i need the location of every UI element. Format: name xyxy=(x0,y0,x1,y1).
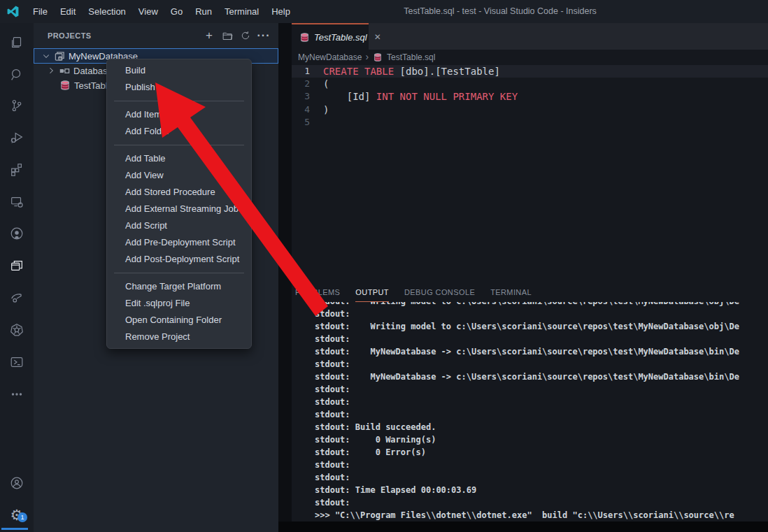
line-number: 5 xyxy=(292,116,323,129)
output-line: stdout: xyxy=(292,333,768,345)
menu-terminal[interactable]: Terminal xyxy=(218,0,265,23)
more-icon[interactable] xyxy=(0,385,34,403)
menu-edit[interactable]: Edit xyxy=(54,0,82,23)
output-line: stdout: xyxy=(292,308,768,320)
menu-view[interactable]: View xyxy=(132,0,164,23)
search-icon[interactable] xyxy=(0,66,34,84)
output-line: stdout: 0 Error(s) xyxy=(292,446,768,459)
context-menu-item-add-stored-procedure[interactable]: Add Stored Procedure xyxy=(107,184,251,201)
project-context-menu: BuildPublishAdd Item...Add FolderAdd Tab… xyxy=(106,59,252,349)
bottom-panel: PROBLEMSOUTPUTDEBUG CONSOLETERMINAL stdo… xyxy=(292,283,768,532)
panel-tab-bar: PROBLEMSOUTPUTDEBUG CONSOLETERMINAL xyxy=(292,283,768,302)
output-line: >>> "C:\\Program Files\\dotnet\\dotnet.e… xyxy=(292,509,768,522)
panel-tab-terminal[interactable]: TERMINAL xyxy=(490,288,532,302)
context-menu-item-add-post-deployment-script[interactable]: Add Post-Deployment Script xyxy=(107,251,251,268)
breadcrumb-item-file[interactable]: TestTable.sql xyxy=(387,52,435,62)
output-line: stdout: xyxy=(292,496,768,509)
tab-strip: TestTable.sql ✕ xyxy=(292,23,768,50)
settings-badge: 1 xyxy=(17,512,27,522)
menu-run[interactable]: Run xyxy=(189,0,218,23)
editor-group: TestTable.sql ✕ MyNewDatabase › TestTabl… xyxy=(292,23,768,532)
editor-group-gap xyxy=(278,23,292,532)
menu-selection[interactable]: Selection xyxy=(82,0,131,23)
output-line-clipped: stdout: Writing model to c:\Users\scoria… xyxy=(292,302,768,308)
sql-text: ) xyxy=(323,103,329,116)
vscode-window: FileEditSelectionViewGoRunTerminalHelp T… xyxy=(0,0,768,532)
context-menu-item-add-script[interactable]: Add Script xyxy=(107,217,251,234)
powershell-icon[interactable] xyxy=(0,353,34,371)
breadcrumb-item-project[interactable]: MyNewDatabase xyxy=(298,52,362,62)
menu-go[interactable]: Go xyxy=(164,0,189,23)
azure-icon[interactable] xyxy=(0,289,34,307)
projects-title: PROJECTS xyxy=(48,31,92,40)
code-editor[interactable]: 1CREATE TABLE [dbo].[TestTable]2(3 [Id] … xyxy=(292,65,768,283)
database-project-icon xyxy=(54,50,65,62)
output-line: stdout: xyxy=(292,471,768,484)
refresh-icon[interactable] xyxy=(238,28,253,43)
output-line: stdout: Build succeeded. xyxy=(292,421,768,433)
code-line: 5 xyxy=(292,116,768,129)
sql-text: [dbo].[TestTable] xyxy=(394,65,500,78)
line-number: 1 xyxy=(292,65,323,78)
output-console[interactable]: stdout: Writing model to c:\Users\scoria… xyxy=(292,302,768,522)
remote-devices-icon[interactable] xyxy=(0,193,34,211)
database-reference-icon xyxy=(59,65,70,76)
menu-file[interactable]: File xyxy=(27,0,54,23)
output-line: stdout: Time Elapsed 00:00:03.69 xyxy=(292,484,768,496)
context-menu-item-add-table[interactable]: Add Table xyxy=(107,150,251,167)
panel-tab-debug-console[interactable]: DEBUG CONSOLE xyxy=(404,288,475,302)
kubernetes-icon[interactable] xyxy=(0,321,34,339)
tab-testtable-sql[interactable]: TestTable.sql ✕ xyxy=(292,23,369,50)
context-menu-item-add-external-streaming-job[interactable]: Add External Streaming Job xyxy=(107,201,251,217)
context-menu-item-add-item[interactable]: Add Item... xyxy=(107,106,251,123)
output-line: stdout: xyxy=(292,358,768,371)
context-menu-item-change-target-platform[interactable]: Change Target Platform xyxy=(107,278,251,295)
panel-tab-problems[interactable]: PROBLEMS xyxy=(295,288,340,302)
menu-help[interactable]: Help xyxy=(265,0,297,23)
add-project-icon[interactable]: + xyxy=(201,28,217,43)
menu-separator xyxy=(114,145,244,145)
sql-keyword: INT NOT NULL PRIMARY KEY xyxy=(370,90,518,103)
run-debug-icon[interactable] xyxy=(0,129,34,147)
github-icon[interactable] xyxy=(0,224,34,243)
explorer-icon[interactable] xyxy=(0,34,34,52)
settings-gear-icon[interactable]: ⚙ 1 xyxy=(0,504,34,525)
line-number: 3 xyxy=(292,90,323,103)
chevron-down-icon xyxy=(41,50,52,62)
context-menu-item-remove-project[interactable]: Remove Project xyxy=(107,329,251,345)
sql-keyword: CREATE TABLE xyxy=(323,65,394,78)
database-projects-icon[interactable] xyxy=(0,257,34,275)
output-line: stdout: xyxy=(292,396,768,408)
line-number: 4 xyxy=(292,103,323,116)
account-icon[interactable] xyxy=(0,474,34,492)
output-line: stdout: 0 Warning(s) xyxy=(292,433,768,446)
menu-separator xyxy=(114,101,244,101)
context-menu-item-publish[interactable]: Publish xyxy=(107,79,251,96)
output-line: stdout: MyNewDatabase -> c:\Users\scoria… xyxy=(292,345,768,358)
context-menu-item-edit-sqlproj-file[interactable]: Edit .sqlproj File xyxy=(107,295,251,312)
activity-bar: ⚙ 1 xyxy=(0,23,34,532)
extensions-icon[interactable] xyxy=(0,161,34,179)
more-actions-icon[interactable]: ··· xyxy=(256,28,271,43)
output-line: stdout: xyxy=(292,459,768,471)
chevron-right-icon xyxy=(45,65,57,76)
breadcrumb: MyNewDatabase › TestTable.sql xyxy=(292,50,768,65)
database-icon xyxy=(59,80,71,91)
code-line: 1CREATE TABLE [dbo].[TestTable] xyxy=(292,65,768,78)
context-menu-item-add-folder[interactable]: Add Folder xyxy=(107,123,251,140)
open-project-icon[interactable] xyxy=(220,28,235,43)
context-menu-item-add-pre-deployment-script[interactable]: Add Pre-Deployment Script xyxy=(107,234,251,251)
chevron-right-icon: › xyxy=(365,51,369,62)
title-bar: FileEditSelectionViewGoRunTerminalHelp T… xyxy=(0,0,768,23)
projects-panel-header: PROJECTS + ··· xyxy=(34,23,278,48)
context-menu-item-add-view[interactable]: Add View xyxy=(107,167,251,184)
context-menu-item-open-containing-folder[interactable]: Open Containing Folder xyxy=(107,312,251,329)
tab-label: TestTable.sql xyxy=(314,32,367,43)
context-menu-item-build[interactable]: Build xyxy=(107,62,251,79)
database-icon xyxy=(372,52,383,63)
source-control-icon[interactable] xyxy=(0,96,34,115)
database-icon xyxy=(299,31,310,43)
menu-bar: FileEditSelectionViewGoRunTerminalHelp xyxy=(27,0,297,23)
close-icon[interactable]: ✕ xyxy=(374,32,381,42)
panel-tab-output[interactable]: OUTPUT xyxy=(355,288,389,302)
